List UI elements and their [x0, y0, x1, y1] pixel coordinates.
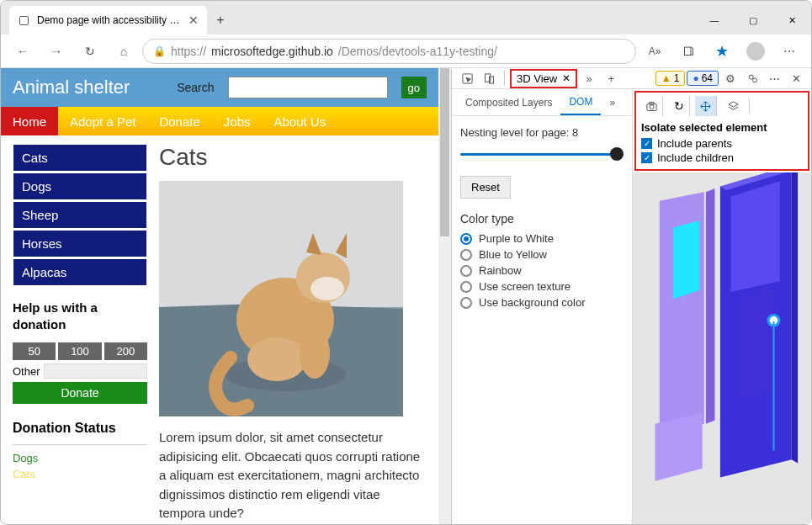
svg-marker-29	[740, 290, 773, 399]
cat-image	[159, 181, 403, 416]
sidebar-item-cats[interactable]: Cats	[13, 144, 147, 172]
svg-point-12	[310, 277, 344, 300]
url-path: /Demos/devtools-a11y-testing/	[338, 45, 497, 58]
address-bar[interactable]: 🔒 https://microsoftedge.github.io/Demos/…	[142, 39, 636, 64]
devtools-more-icon[interactable]: ⋯	[764, 68, 784, 88]
profile-icon[interactable]	[740, 38, 771, 65]
page-viewport: Animal shelter Search go Home Adopt a Pe…	[1, 68, 451, 525]
devtools-toolbar: 3D View ✕ » + ▲1 ●64 ⚙ ⋯ ✕	[452, 68, 811, 89]
donate-button[interactable]: Donate	[13, 382, 147, 404]
svg-marker-28	[655, 413, 703, 481]
radio-bg[interactable]: Use background color	[460, 296, 624, 309]
subtab-dom[interactable]: DOM	[560, 89, 601, 115]
close-tab-icon[interactable]: ✕	[188, 13, 199, 27]
status-dogs: Dogs	[13, 450, 147, 466]
nesting-level-label: Nesting level for page: 8	[460, 126, 624, 139]
more-tabs-icon[interactable]: »	[579, 68, 599, 88]
devtools-panel: 3D View ✕ » + ▲1 ●64 ⚙ ⋯ ✕ Composited La…	[451, 68, 811, 525]
devtools-right-pane: ↻ Isolate selected element ✓Include pare…	[633, 89, 811, 525]
radio-screen[interactable]: Use screen texture	[460, 280, 624, 293]
nav-home[interactable]: Home	[1, 107, 58, 135]
retake-icon[interactable]: ↻	[668, 96, 690, 116]
settings-icon[interactable]: ⚙	[720, 68, 740, 88]
pan-icon[interactable]	[695, 96, 717, 116]
close-button[interactable]: ✕	[772, 6, 811, 34]
donation-50[interactable]: 50	[13, 342, 56, 360]
sidebar-item-alpacas[interactable]: Alpacas	[13, 258, 147, 286]
search-label: Search	[177, 81, 214, 94]
page-heading: Cats	[159, 144, 427, 171]
status-cats: Cats	[13, 466, 147, 482]
tab-title: Demo page with accessibility issu	[37, 14, 182, 26]
device-icon[interactable]	[479, 68, 499, 88]
svg-point-7	[247, 337, 306, 381]
nav-jobs[interactable]: Jobs	[212, 107, 263, 135]
forward-button[interactable]: →	[41, 38, 72, 65]
nesting-slider[interactable]	[460, 146, 624, 162]
other-amount-input[interactable]	[44, 363, 147, 379]
sidebar: Cats Dogs Sheep Horses Alpacas Help us w…	[13, 144, 147, 523]
snapshot-icon[interactable]	[641, 96, 663, 116]
lock-icon: 🔒	[153, 45, 166, 57]
search-input[interactable]	[228, 77, 388, 98]
layers-icon[interactable]	[722, 96, 744, 116]
subtab-composited[interactable]: Composited Layers	[457, 89, 560, 115]
subtab-more-icon[interactable]: »	[601, 89, 624, 115]
donation-help-title: Help us with a donation	[13, 300, 147, 332]
back-button[interactable]: ←	[8, 38, 38, 65]
sidebar-item-dogs[interactable]: Dogs	[13, 172, 147, 200]
browser-tab[interactable]: Demo page with accessibility issu ✕	[9, 6, 207, 34]
sidebar-item-horses[interactable]: Horses	[13, 230, 147, 257]
page-scrollbar[interactable]	[438, 68, 451, 525]
donation-100[interactable]: 100	[58, 342, 101, 360]
url-host: microsoftedge.github.io	[211, 45, 333, 58]
close-3d-tab-icon[interactable]: ✕	[562, 72, 571, 84]
radio-purple[interactable]: Purple to White	[460, 232, 624, 245]
reader-icon[interactable]: A»	[640, 38, 670, 65]
donation-200[interactable]: 200	[104, 342, 147, 360]
svg-marker-22	[706, 188, 715, 424]
info-badge[interactable]: ●64	[687, 71, 719, 86]
add-tab-icon[interactable]: +	[601, 68, 621, 88]
tab-3d-label: 3D View	[517, 72, 557, 85]
3d-visualization[interactable]: ▲ ◀ ▶ ▼	[633, 172, 811, 525]
inspect-icon[interactable]	[457, 68, 477, 88]
collections-icon[interactable]	[673, 38, 703, 65]
sidebar-item-sheep[interactable]: Sheep	[13, 201, 147, 229]
main-nav: Home Adopt a Pet Donate Jobs About Us	[1, 107, 438, 135]
tab-3d-view[interactable]: 3D View ✕	[510, 69, 577, 88]
svg-point-16	[749, 75, 753, 79]
isolate-title: Isolate selected element	[641, 121, 803, 134]
warnings-badge[interactable]: ▲1	[655, 71, 686, 86]
svg-marker-25	[792, 172, 798, 463]
search-go-button[interactable]: go	[401, 77, 427, 98]
site-title: Animal shelter	[13, 77, 163, 98]
radio-blue[interactable]: Blue to Yellow	[460, 248, 624, 261]
more-icon[interactable]: ⋯	[774, 38, 804, 65]
donation-status-title: Donation Status	[13, 421, 147, 436]
main-column: Cats	[159, 144, 427, 523]
check-include-parents[interactable]: ✓Include parents	[641, 137, 803, 150]
svg-point-8	[300, 328, 330, 379]
feedback-icon[interactable]	[742, 68, 762, 88]
other-label: Other	[13, 365, 40, 378]
color-type-label: Color type	[460, 212, 624, 225]
minimize-button[interactable]: —	[695, 6, 734, 34]
svg-rect-20	[650, 102, 654, 104]
nav-adopt[interactable]: Adopt a Pet	[58, 107, 147, 135]
svg-marker-27	[673, 220, 700, 299]
page-icon	[18, 14, 30, 27]
nav-donate[interactable]: Donate	[147, 107, 211, 135]
radio-rainbow[interactable]: Rainbow	[460, 264, 624, 277]
nav-about[interactable]: About Us	[262, 107, 337, 135]
reset-button[interactable]: Reset	[460, 176, 511, 199]
check-include-children[interactable]: ✓Include children	[641, 151, 803, 164]
lorem-text: Lorem ipsum dolor, sit amet consectetur …	[159, 428, 427, 523]
favorite-icon[interactable]: ★	[707, 38, 737, 65]
refresh-button[interactable]: ↻	[75, 38, 105, 65]
maximize-button[interactable]: ▢	[734, 6, 772, 34]
home-button[interactable]: ⌂	[109, 38, 139, 65]
window-titlebar: Demo page with accessibility issu ✕ + — …	[1, 1, 811, 34]
devtools-close-icon[interactable]: ✕	[786, 68, 806, 88]
new-tab-button[interactable]: +	[207, 6, 234, 34]
